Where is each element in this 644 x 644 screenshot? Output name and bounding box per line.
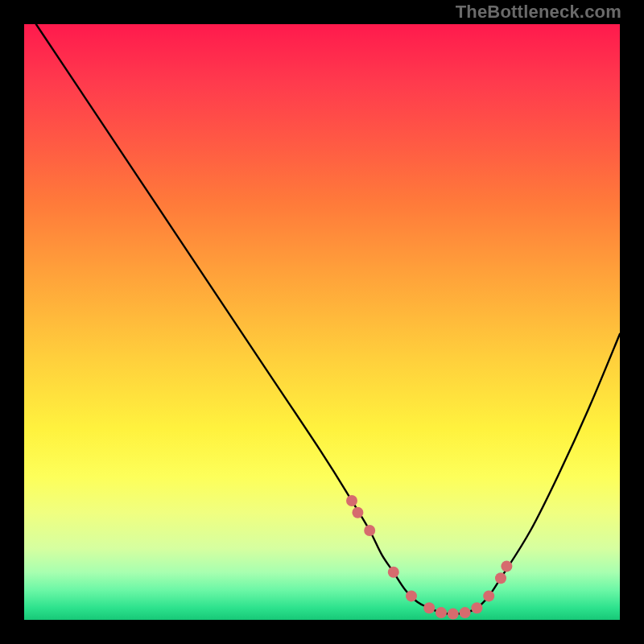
highlight-point: [471, 602, 482, 613]
highlight-point: [406, 590, 417, 601]
highlight-point: [448, 609, 459, 620]
highlight-point: [423, 602, 435, 613]
highlight-point: [436, 607, 447, 618]
highlight-point: [460, 607, 471, 618]
highlight-point: [501, 560, 512, 572]
highlight-points: [346, 495, 512, 620]
plot-area: [24, 24, 620, 620]
bottleneck-curve: [36, 24, 620, 614]
highlight-point: [346, 495, 357, 506]
highlight-point: [352, 507, 363, 518]
highlight-point: [495, 572, 506, 584]
watermark-text: TheBottleneck.com: [456, 2, 621, 23]
highlight-point: [483, 590, 494, 601]
chart-frame: TheBottleneck.com: [0, 0, 644, 644]
highlight-point: [388, 567, 399, 578]
highlight-point: [364, 525, 375, 536]
curve-svg: [24, 24, 620, 620]
